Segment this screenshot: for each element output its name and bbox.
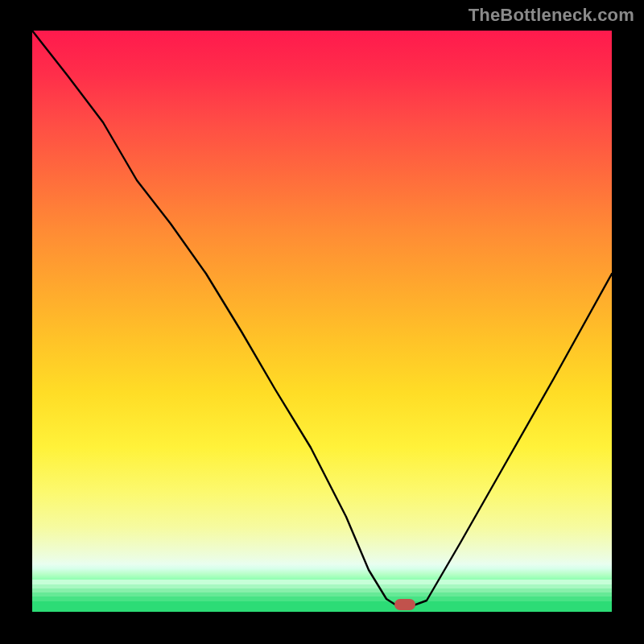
plot-area xyxy=(32,31,612,612)
chart-frame: TheBottleneck.com xyxy=(0,0,644,644)
bottleneck-curve xyxy=(32,31,612,612)
attribution-label: TheBottleneck.com xyxy=(469,5,634,26)
optimal-marker xyxy=(394,599,415,610)
curve-path xyxy=(32,31,612,607)
